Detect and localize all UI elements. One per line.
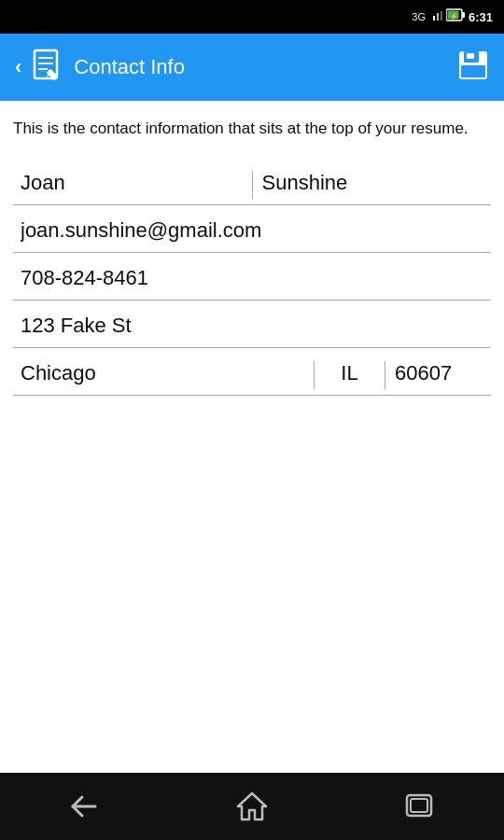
- email-row: [13, 205, 491, 253]
- state-zip-divider: [385, 361, 385, 389]
- save-button[interactable]: [457, 49, 489, 85]
- svg-rect-16: [461, 65, 485, 77]
- battery-icon: ⚡: [446, 8, 465, 25]
- back-nav-button[interactable]: [56, 778, 112, 834]
- city-state-zip-row: [13, 348, 491, 396]
- name-divider: [252, 171, 253, 199]
- zip-input[interactable]: [395, 357, 483, 389]
- svg-rect-20: [411, 799, 427, 812]
- email-input[interactable]: [21, 215, 483, 246]
- description-text: This is the contact information that sit…: [13, 118, 491, 141]
- page-title: Contact Info: [74, 55, 185, 79]
- back-button[interactable]: ‹: [15, 55, 21, 79]
- status-icons: 3G ⚡ 6:31: [412, 8, 493, 25]
- name-row: [13, 158, 491, 205]
- status-bar: 3G ⚡ 6:31: [0, 0, 504, 34]
- notepad-icon: [31, 49, 64, 86]
- svg-rect-4: [462, 12, 465, 18]
- bottom-nav: [0, 773, 504, 840]
- last-name-input[interactable]: [262, 167, 484, 199]
- app-bar-left: ‹ Contact Info: [15, 49, 185, 86]
- contact-form: [13, 158, 491, 396]
- content-area: This is the contact information that sit…: [0, 101, 504, 396]
- signal-bars: [429, 9, 442, 24]
- svg-rect-15: [467, 53, 474, 59]
- signal-icon: 3G: [412, 11, 426, 22]
- app-bar: ‹ Contact Info: [0, 34, 504, 101]
- state-input[interactable]: [324, 357, 375, 389]
- recent-apps-button[interactable]: [392, 778, 448, 834]
- svg-marker-2: [433, 16, 435, 21]
- first-name-input[interactable]: [21, 167, 243, 199]
- svg-marker-0: [441, 11, 442, 21]
- phone-row: [13, 253, 491, 301]
- street-input[interactable]: [21, 310, 483, 342]
- phone-input[interactable]: [21, 262, 483, 294]
- city-state-divider: [314, 361, 315, 389]
- svg-marker-18: [238, 793, 266, 819]
- svg-text:⚡: ⚡: [450, 12, 458, 21]
- svg-marker-1: [437, 13, 439, 21]
- street-row: [13, 301, 491, 348]
- city-input[interactable]: [21, 357, 304, 389]
- clock: 6:31: [469, 10, 493, 24]
- home-nav-button[interactable]: [224, 778, 280, 834]
